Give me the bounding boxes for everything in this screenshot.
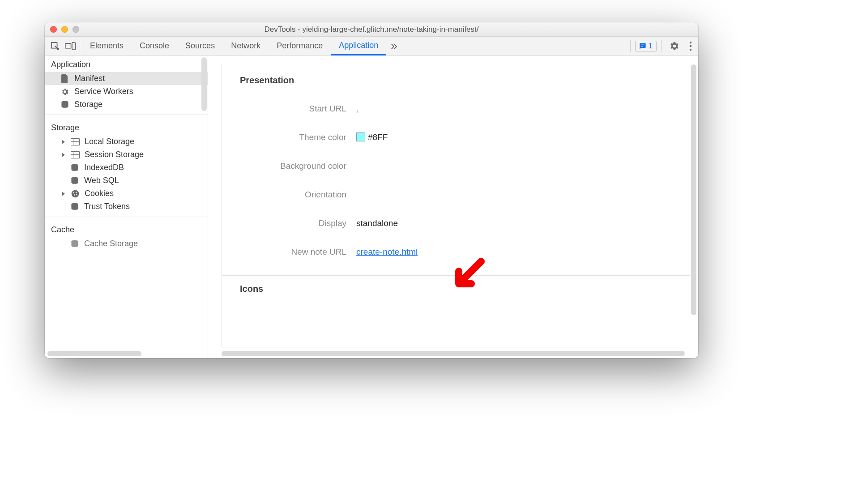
database-icon — [70, 176, 80, 185]
svg-rect-4 — [641, 46, 643, 46]
label-background-color: Background color — [222, 161, 356, 171]
minimize-window-button[interactable] — [61, 26, 68, 33]
sidebar-item-service-workers[interactable]: Service Workers — [45, 85, 208, 98]
svg-rect-2 — [72, 43, 75, 50]
sidebar-horizontal-scrollbar[interactable] — [47, 351, 141, 356]
issue-count: 1 — [649, 42, 653, 50]
svg-point-22 — [73, 192, 74, 193]
svg-point-7 — [690, 48, 691, 50]
svg-point-25 — [76, 194, 77, 195]
sidebar-item-manifest[interactable]: Manifest — [45, 72, 208, 85]
expand-icon[interactable] — [62, 153, 65, 157]
issue-icon — [639, 43, 646, 50]
presentation-heading: Presentation — [222, 64, 690, 94]
link-new-note-url[interactable]: create-note.html — [356, 247, 418, 256]
tab-application[interactable]: Application — [331, 37, 386, 56]
settings-gear-icon[interactable] — [666, 41, 683, 51]
label-display: Display — [222, 218, 356, 228]
devtools-toolbar: Elements Console Sources Network Perform… — [45, 37, 698, 56]
annotation-arrow-icon — [450, 257, 486, 293]
gear-icon — [60, 87, 70, 96]
database-icon — [70, 163, 80, 172]
main-horizontal-scrollbar[interactable] — [222, 351, 685, 356]
sidebar-scrollbar[interactable] — [201, 57, 207, 111]
application-sidebar: Application Manifest Service Workers Sto… — [45, 56, 208, 358]
sidebar-item-label: Manifest — [74, 74, 105, 83]
table-icon — [70, 150, 80, 159]
kebab-menu-icon[interactable] — [686, 41, 696, 51]
window-controls — [50, 26, 79, 33]
sidebar-item-cache-storage[interactable]: Cache Storage — [45, 237, 208, 250]
main-scrollbar[interactable] — [691, 64, 696, 315]
sidebar-item-label: Storage — [74, 100, 102, 109]
tab-elements[interactable]: Elements — [82, 37, 132, 56]
presentation-panel: Presentation Start URL . Theme color #8F… — [222, 64, 690, 347]
label-new-note-url: New note URL — [222, 247, 356, 257]
sidebar-item-label: Web SQL — [84, 176, 119, 185]
theme-color-text: #8FF — [368, 132, 388, 142]
sidebar-divider — [45, 217, 208, 217]
expand-icon[interactable] — [62, 192, 65, 196]
inspect-element-icon[interactable] — [47, 38, 63, 54]
row-start-url: Start URL . — [222, 94, 690, 123]
svg-rect-16 — [73, 152, 79, 154]
toolbar-separator — [80, 40, 80, 52]
expand-icon[interactable] — [62, 140, 65, 144]
label-theme-color: Theme color — [222, 132, 356, 142]
row-theme-color: Theme color #8FF — [222, 123, 690, 152]
svg-rect-1 — [65, 43, 71, 48]
panel-tabs: Elements Console Sources Network Perform… — [82, 37, 628, 56]
device-toolbar-icon[interactable] — [63, 38, 78, 54]
svg-rect-17 — [71, 155, 73, 158]
sidebar-item-local-storage[interactable]: Local Storage — [45, 135, 208, 148]
tab-performance[interactable]: Performance — [269, 37, 331, 56]
sidebar-section-storage: Storage — [45, 119, 208, 135]
sidebar-section-cache: Cache — [45, 221, 208, 237]
svg-rect-13 — [73, 142, 79, 145]
link-start-url[interactable]: . — [356, 104, 358, 113]
sidebar-item-web-sql[interactable]: Web SQL — [45, 174, 208, 187]
theme-color-swatch — [356, 132, 365, 141]
sidebar-item-storage[interactable]: Storage — [45, 98, 208, 111]
svg-rect-12 — [71, 142, 73, 145]
sidebar-item-cookies[interactable]: Cookies — [45, 187, 208, 200]
sidebar-divider — [45, 115, 208, 115]
toolbar-separator — [661, 40, 661, 52]
svg-point-21 — [72, 190, 79, 197]
database-icon — [70, 202, 80, 211]
label-orientation: Orientation — [222, 190, 356, 200]
value-theme-color: #8FF — [356, 132, 388, 142]
close-window-button[interactable] — [50, 26, 57, 33]
svg-point-24 — [74, 194, 75, 196]
row-background-color: Background color — [222, 152, 690, 180]
more-tabs-icon[interactable]: » — [386, 39, 401, 53]
row-display: Display standalone — [222, 209, 690, 238]
toolbar-separator — [630, 40, 631, 52]
svg-rect-11 — [73, 139, 79, 141]
svg-rect-18 — [73, 155, 79, 158]
sidebar-item-trust-tokens[interactable]: Trust Tokens — [45, 200, 208, 213]
devtools-window: DevTools - yielding-large-chef.glitch.me… — [45, 22, 698, 358]
database-icon — [60, 100, 70, 109]
issues-badge[interactable]: 1 — [635, 41, 657, 51]
sidebar-item-label: Local Storage — [85, 137, 134, 146]
value-display: standalone — [356, 218, 398, 228]
svg-rect-3 — [641, 44, 644, 45]
table-icon — [70, 137, 80, 146]
label-start-url: Start URL — [222, 104, 356, 114]
titlebar: DevTools - yielding-large-chef.glitch.me… — [45, 22, 698, 37]
svg-point-5 — [690, 41, 691, 43]
manifest-main-pane: Presentation Start URL . Theme color #8F… — [208, 56, 698, 358]
sidebar-item-label: Cookies — [85, 189, 114, 198]
svg-rect-15 — [71, 152, 73, 154]
sidebar-item-session-storage[interactable]: Session Storage — [45, 148, 208, 161]
tab-console[interactable]: Console — [132, 37, 177, 56]
sidebar-section-application: Application — [45, 56, 208, 72]
sidebar-item-indexeddb[interactable]: IndexedDB — [45, 161, 208, 174]
tab-network[interactable]: Network — [223, 37, 269, 56]
cookie-icon — [70, 189, 80, 198]
sidebar-item-label: Trust Tokens — [84, 202, 130, 211]
tab-sources[interactable]: Sources — [177, 37, 223, 56]
sidebar-item-label: Session Storage — [85, 150, 144, 159]
zoom-window-button[interactable] — [73, 26, 79, 33]
